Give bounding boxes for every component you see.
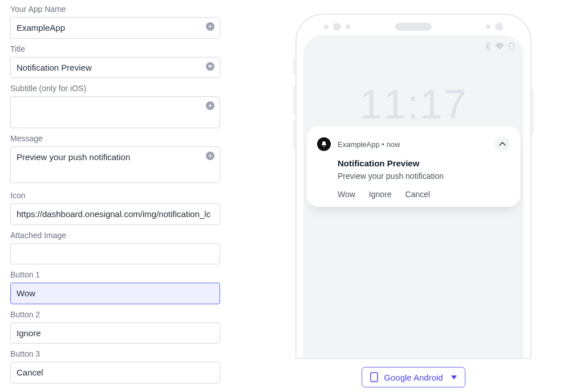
plus-icon[interactable] bbox=[206, 62, 214, 71]
bluetooth-icon bbox=[485, 42, 490, 50]
plus-icon[interactable] bbox=[206, 101, 214, 110]
phone-side-button bbox=[532, 89, 534, 134]
message-input[interactable] bbox=[10, 146, 220, 183]
attached-image-input[interactable] bbox=[10, 243, 220, 265]
wifi-icon bbox=[495, 43, 504, 50]
field-attached-image: Attached Image bbox=[10, 231, 230, 265]
subtitle-input[interactable] bbox=[10, 96, 220, 128]
status-bar-icons bbox=[485, 42, 514, 50]
phone-side-button bbox=[293, 85, 295, 115]
plus-icon[interactable] bbox=[206, 152, 214, 160]
field-icon: Icon bbox=[10, 191, 230, 225]
notification-app-line: ExampleApp • now bbox=[338, 140, 488, 149]
notification-card[interactable]: ExampleApp • now Notification Preview Pr… bbox=[307, 126, 520, 207]
button2-label: Button 2 bbox=[10, 310, 230, 319]
phone-mockup: 11:17 ExampleApp • now Notification Prev… bbox=[295, 14, 532, 359]
collapse-button[interactable] bbox=[495, 137, 510, 152]
bell-icon bbox=[321, 141, 327, 148]
svg-point-3 bbox=[374, 380, 375, 381]
field-button3: Button 3 bbox=[10, 349, 230, 383]
notification-title: Notification Preview bbox=[338, 158, 510, 168]
field-subtitle: Subtitle (only for iOS) bbox=[10, 84, 230, 128]
subtitle-label: Subtitle (only for iOS) bbox=[10, 84, 230, 93]
notification-buttons: Wow Ignore Cancel bbox=[338, 190, 510, 199]
chevron-down-icon bbox=[451, 375, 457, 379]
icon-label: Icon bbox=[10, 191, 230, 200]
attached-image-label: Attached Image bbox=[10, 231, 230, 240]
notification-action-button[interactable]: Wow bbox=[338, 190, 355, 199]
app-name-input[interactable] bbox=[10, 17, 220, 39]
button3-label: Button 3 bbox=[10, 349, 230, 358]
message-label: Message bbox=[10, 134, 230, 143]
app-name-label: Your App Name bbox=[10, 5, 230, 14]
chevron-up-icon bbox=[499, 142, 506, 146]
field-app-name: Your App Name bbox=[10, 5, 230, 39]
button1-label: Button 1 bbox=[10, 270, 230, 279]
phone-side-button bbox=[293, 120, 295, 149]
notification-app-icon bbox=[317, 137, 331, 151]
notification-message: Preview your push notification bbox=[338, 172, 510, 181]
title-input[interactable] bbox=[10, 57, 220, 79]
icon-url-input[interactable] bbox=[10, 203, 220, 225]
plus-icon[interactable] bbox=[206, 22, 214, 31]
svg-rect-0 bbox=[509, 43, 514, 50]
field-button1: Button 1 bbox=[10, 270, 230, 304]
button1-input[interactable] bbox=[10, 283, 220, 304]
camera-holes bbox=[486, 23, 503, 31]
form-panel: Your App Name Title Subtitle (only for i… bbox=[10, 5, 230, 387]
field-message: Message bbox=[10, 134, 230, 185]
field-title: Title bbox=[10, 44, 230, 79]
phone-icon bbox=[370, 372, 378, 382]
field-button2: Button 2 bbox=[10, 310, 230, 344]
lock-screen-clock: 11:17 bbox=[303, 81, 524, 128]
battery-icon bbox=[509, 42, 514, 50]
notification-action-button[interactable]: Ignore bbox=[369, 190, 392, 199]
svg-rect-1 bbox=[510, 42, 513, 43]
platform-select[interactable]: Google Android bbox=[362, 367, 465, 387]
platform-label: Google Android bbox=[384, 373, 443, 382]
phone-side-button bbox=[293, 57, 295, 75]
notification-action-button[interactable]: Cancel bbox=[405, 190, 431, 199]
phone-screen: 11:17 ExampleApp • now Notification Prev… bbox=[303, 35, 524, 358]
button2-input[interactable] bbox=[10, 322, 220, 344]
preview-panel: 11:17 ExampleApp • now Notification Prev… bbox=[230, 5, 574, 387]
title-label: Title bbox=[10, 44, 230, 54]
button3-input[interactable] bbox=[10, 362, 220, 383]
